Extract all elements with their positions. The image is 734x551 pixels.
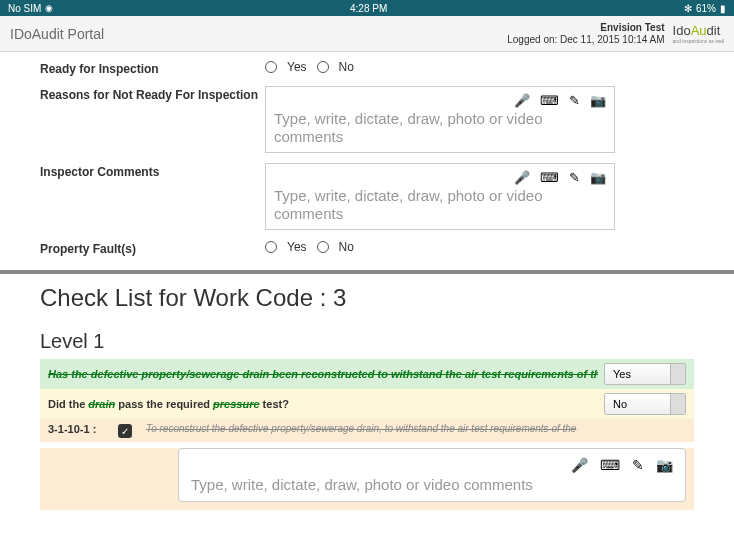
status-time: 4:28 PM <box>350 3 387 14</box>
keyboard-icon[interactable]: ⌨ <box>540 93 559 108</box>
camera-icon[interactable]: 📷 <box>590 170 606 185</box>
pencil-icon[interactable]: ✎ <box>569 170 580 185</box>
bluetooth-icon: ✻ <box>684 3 692 14</box>
camera-icon[interactable]: 📷 <box>590 93 606 108</box>
inspector-input[interactable]: 🎤 ⌨ ✎ 📷 Type, write, dictate, draw, phot… <box>265 163 615 230</box>
level-title: Level 1 <box>40 330 694 353</box>
inspector-placeholder: Type, write, dictate, draw, photo or vid… <box>274 187 606 223</box>
tenant-label: Envision Test <box>507 22 664 34</box>
mic-icon[interactable]: 🎤 <box>514 93 530 108</box>
inspector-label: Inspector Comments <box>40 163 265 179</box>
pencil-icon[interactable]: ✎ <box>632 457 644 473</box>
app-header: IDoAudit Portal Envision Test Logged on:… <box>0 16 734 52</box>
sub-item-checkbox[interactable]: ✓ <box>118 424 132 438</box>
checklist-section: Check List for Work Code : 3 Level 1 Has… <box>0 274 734 510</box>
checklist-title: Check List for Work Code : 3 <box>40 284 694 312</box>
login-info: Envision Test Logged on: Dec 11, 2015 10… <box>507 22 664 46</box>
question-1-answer[interactable]: Yes <box>604 363 686 385</box>
keyboard-icon[interactable]: ⌨ <box>540 170 559 185</box>
sub-item-code: 3-1-10-1 : <box>48 423 118 435</box>
logo: IdoAudit and inspections as well <box>673 23 724 44</box>
sub-comment-placeholder: Type, write, dictate, draw, photo or vid… <box>191 476 673 493</box>
app-title: IDoAudit Portal <box>10 26 104 42</box>
mic-icon[interactable]: 🎤 <box>571 457 588 473</box>
battery-label: 61% <box>696 3 716 14</box>
carrier-label: No SIM <box>8 3 41 14</box>
sub-item-row: 3-1-10-1 : ✓ To reconstruct the defectiv… <box>40 419 694 442</box>
question-1-text: Has the defective property/sewerage drai… <box>48 368 598 380</box>
reasons-input[interactable]: 🎤 ⌨ ✎ 📷 Type, write, dictate, draw, phot… <box>265 86 615 153</box>
ready-label: Ready for Inspection <box>40 60 265 76</box>
camera-icon[interactable]: 📷 <box>656 457 673 473</box>
sub-comment-input[interactable]: 🎤 ⌨ ✎ 📷 Type, write, dictate, draw, phot… <box>178 448 686 502</box>
question-2-text: Did the drain pass the required pressure… <box>48 398 598 410</box>
reasons-label: Reasons for Not Ready For Inspection <box>40 86 265 102</box>
property-yes-radio[interactable] <box>265 241 277 253</box>
sub-item-text: To reconstruct the defective property/se… <box>146 423 686 434</box>
keyboard-icon[interactable]: ⌨ <box>600 457 620 473</box>
question-row-2: Did the drain pass the required pressure… <box>40 389 694 419</box>
logged-on-label: Logged on: Dec 11, 2015 10:14 AM <box>507 34 664 46</box>
ready-yes-radio[interactable] <box>265 61 277 73</box>
property-no-radio[interactable] <box>317 241 329 253</box>
question-2-answer[interactable]: No <box>604 393 686 415</box>
wifi-icon: ◉ <box>45 3 53 13</box>
sub-comment-region: 🎤 ⌨ ✎ 📷 Type, write, dictate, draw, phot… <box>40 448 694 510</box>
battery-icon: ▮ <box>720 3 726 14</box>
ready-no-radio[interactable] <box>317 61 329 73</box>
mic-icon[interactable]: 🎤 <box>514 170 530 185</box>
form-region: Ready for Inspection Yes No Reasons for … <box>0 52 734 256</box>
reasons-placeholder: Type, write, dictate, draw, photo or vid… <box>274 110 606 146</box>
pencil-icon[interactable]: ✎ <box>569 93 580 108</box>
question-row-1: Has the defective property/sewerage drai… <box>40 359 694 389</box>
property-label: Property Fault(s) <box>40 240 265 256</box>
status-bar: No SIM ◉ 4:28 PM ✻ 61% ▮ <box>0 0 734 16</box>
